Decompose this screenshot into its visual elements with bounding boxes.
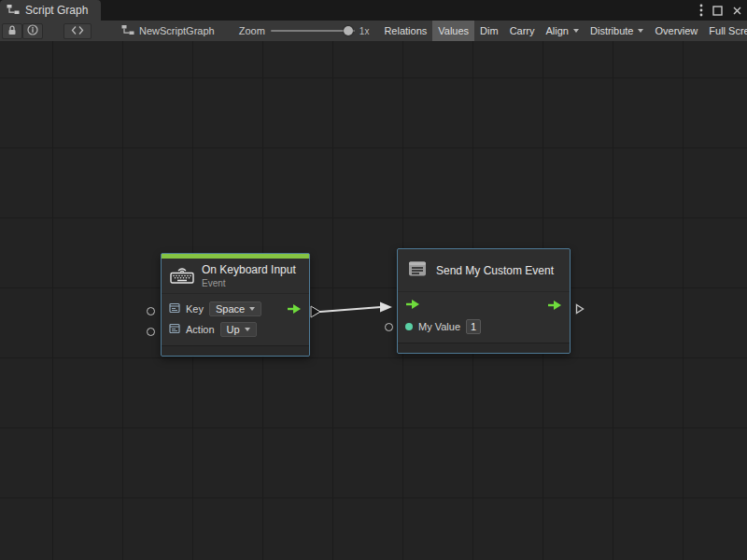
chevron-down-icon <box>638 29 643 33</box>
zoom-value: 1x <box>359 26 370 36</box>
value-port-circle[interactable] <box>147 328 155 336</box>
distribute-label: Distribute <box>590 25 633 36</box>
node-on-keyboard-input[interactable]: On Keyboard Input Event Key Space <box>161 253 310 357</box>
values-button[interactable]: Values <box>432 21 474 41</box>
value-port-circle[interactable] <box>385 323 393 331</box>
node-subtitle: Event <box>202 278 296 288</box>
overview-button[interactable]: Overview <box>649 21 703 41</box>
window-tab-bar: Script Graph <box>0 0 747 21</box>
tab-script-graph[interactable]: Script Graph <box>0 0 101 21</box>
zoom-slider-track[interactable] <box>271 30 355 32</box>
my-value-input[interactable]: 1 <box>466 319 481 334</box>
port-label-key: Key <box>186 303 204 315</box>
graph-name-label: NewScriptGraph <box>139 25 215 36</box>
port-type-icon <box>169 321 180 338</box>
relations-label: Relations <box>384 25 427 36</box>
code-view-button[interactable] <box>63 23 92 39</box>
port-label-action: Action <box>186 324 215 335</box>
node-title: Send My Custom Event <box>436 264 554 277</box>
distribute-button[interactable]: Distribute <box>585 21 649 41</box>
key-dropdown[interactable]: Space <box>209 301 261 316</box>
node-header[interactable]: On Keyboard Input Event <box>162 259 309 294</box>
dim-button[interactable]: Dim <box>474 21 504 41</box>
chevron-down-icon <box>573 29 579 33</box>
wire-source-arrow <box>311 306 320 317</box>
flow-input-port[interactable] <box>405 297 420 314</box>
close-icon[interactable] <box>732 6 742 16</box>
graph-name[interactable]: NewScriptGraph <box>121 24 215 37</box>
script-graph-icon <box>7 4 20 18</box>
carry-button[interactable]: Carry <box>504 21 541 41</box>
info-icon <box>27 24 38 37</box>
dim-label: Dim <box>480 25 499 36</box>
overview-label: Overview <box>655 25 698 36</box>
node-send-my-custom-event[interactable]: Send My Custom Event My Value 1 <box>397 248 571 354</box>
flow-port-triangle[interactable] <box>575 301 585 318</box>
graph-toolbar: NewScriptGraph Zoom 1x Relations Values … <box>0 21 747 41</box>
carry-label: Carry <box>510 25 535 36</box>
flow-output-port[interactable] <box>547 300 562 311</box>
fullscreen-button[interactable]: Full Screen <box>703 21 747 41</box>
keyboard-icon <box>170 265 194 287</box>
wire-line <box>320 307 381 312</box>
connection-wire[interactable] <box>0 41 747 560</box>
fullscreen-label: Full Screen <box>709 25 747 36</box>
zoom-slider-handle[interactable] <box>344 26 353 35</box>
graph-canvas[interactable]: On Keyboard Input Event Key Space <box>0 41 747 560</box>
relations-button[interactable]: Relations <box>378 21 432 41</box>
align-button[interactable]: Align <box>541 21 585 41</box>
flow-output-port[interactable] <box>287 303 302 315</box>
node-body: Key Space Action Up <box>162 294 309 343</box>
kebab-menu-icon[interactable] <box>699 4 703 17</box>
node-row-flow <box>398 294 570 315</box>
node-row-my-value: My Value 1 <box>398 315 570 337</box>
window-controls <box>699 0 742 21</box>
node-row-action: Action Up <box>162 319 309 340</box>
code-icon <box>71 25 84 37</box>
zoom-slider[interactable] <box>271 25 355 36</box>
maximize-icon[interactable] <box>712 6 723 16</box>
key-dropdown-value: Space <box>216 303 245 315</box>
info-button[interactable] <box>22 23 43 39</box>
port-type-icon <box>169 301 180 317</box>
node-header[interactable]: Send My Custom Event <box>398 249 570 292</box>
node-row-key: Key Space <box>162 299 309 319</box>
align-label: Align <box>546 25 569 36</box>
lock-button[interactable] <box>2 23 22 39</box>
zoom-label: Zoom <box>239 25 265 36</box>
values-label: Values <box>438 25 469 36</box>
value-port-circle[interactable] <box>147 307 155 315</box>
node-body: My Value 1 <box>398 292 570 340</box>
chevron-down-icon <box>245 328 250 331</box>
port-label-my-value: My Value <box>418 321 460 332</box>
tab-title: Script Graph <box>25 4 88 17</box>
node-footer <box>162 345 309 356</box>
node-footer <box>398 343 570 353</box>
lock-icon <box>7 24 18 38</box>
value-port-dot[interactable] <box>405 323 413 330</box>
custom-event-icon <box>407 259 428 282</box>
action-dropdown-value: Up <box>227 324 240 335</box>
toolbar-buttons: Relations Values Dim Carry Align Distrib… <box>378 21 747 41</box>
node-title: On Keyboard Input <box>202 263 296 276</box>
script-graph-icon <box>121 24 134 37</box>
action-dropdown[interactable]: Up <box>220 322 257 337</box>
chevron-down-icon <box>249 307 255 311</box>
wire-head-arrow <box>380 302 392 313</box>
